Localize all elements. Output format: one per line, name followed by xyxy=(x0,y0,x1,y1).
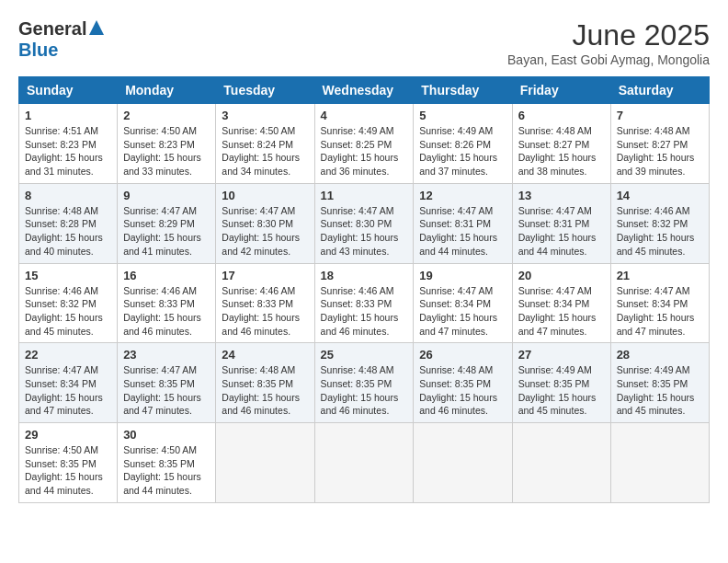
day-number: 6 xyxy=(518,109,605,122)
col-header-saturday: Saturday xyxy=(610,77,709,104)
calendar-cell: 25Sunrise: 4:48 AMSunset: 8:35 PMDayligh… xyxy=(314,343,414,423)
col-header-wednesday: Wednesday xyxy=(314,77,414,104)
day-number: 9 xyxy=(123,189,210,202)
cell-sun-info: Sunrise: 4:48 AMSunset: 8:28 PMDaylight:… xyxy=(25,204,111,259)
calendar-cell xyxy=(610,423,709,503)
day-number: 10 xyxy=(222,189,308,202)
month-title: June 2025 xyxy=(507,18,710,52)
cell-sun-info: Sunrise: 4:48 AMSunset: 8:35 PMDaylight:… xyxy=(222,363,308,418)
calendar-table: SundayMondayTuesdayWednesdayThursdayFrid… xyxy=(18,76,710,503)
col-header-friday: Friday xyxy=(512,77,610,104)
cell-sun-info: Sunrise: 4:49 AMSunset: 8:35 PMDaylight:… xyxy=(518,363,605,418)
cell-sun-info: Sunrise: 4:46 AMSunset: 8:33 PMDaylight:… xyxy=(123,284,210,339)
calendar-cell: 7Sunrise: 4:48 AMSunset: 8:27 PMDaylight… xyxy=(610,104,709,184)
day-number: 24 xyxy=(222,348,308,362)
day-number: 12 xyxy=(419,189,506,202)
cell-sun-info: Sunrise: 4:46 AMSunset: 8:33 PMDaylight:… xyxy=(321,284,408,339)
col-header-thursday: Thursday xyxy=(414,77,512,104)
calendar-cell: 19Sunrise: 4:47 AMSunset: 8:34 PMDayligh… xyxy=(414,263,512,343)
calendar-cell: 21Sunrise: 4:47 AMSunset: 8:34 PMDayligh… xyxy=(610,263,709,343)
cell-sun-info: Sunrise: 4:49 AMSunset: 8:35 PMDaylight:… xyxy=(617,363,703,418)
day-number: 20 xyxy=(518,269,605,282)
calendar-cell: 10Sunrise: 4:47 AMSunset: 8:30 PMDayligh… xyxy=(216,183,314,263)
svg-marker-0 xyxy=(89,20,104,35)
cell-sun-info: Sunrise: 4:47 AMSunset: 8:31 PMDaylight:… xyxy=(419,204,506,259)
cell-sun-info: Sunrise: 4:47 AMSunset: 8:35 PMDaylight:… xyxy=(123,363,210,418)
calendar-cell: 11Sunrise: 4:47 AMSunset: 8:30 PMDayligh… xyxy=(314,183,414,263)
day-number: 22 xyxy=(25,348,111,362)
calendar-cell: 4Sunrise: 4:49 AMSunset: 8:25 PMDaylight… xyxy=(314,104,414,184)
calendar-cell: 2Sunrise: 4:50 AMSunset: 8:23 PMDaylight… xyxy=(118,104,216,184)
calendar-cell: 27Sunrise: 4:49 AMSunset: 8:35 PMDayligh… xyxy=(512,343,610,423)
cell-sun-info: Sunrise: 4:49 AMSunset: 8:26 PMDaylight:… xyxy=(419,124,506,178)
calendar-cell: 8Sunrise: 4:48 AMSunset: 8:28 PMDaylight… xyxy=(19,183,118,263)
day-number: 19 xyxy=(419,269,506,282)
calendar-cell: 5Sunrise: 4:49 AMSunset: 8:26 PMDaylight… xyxy=(414,104,512,184)
cell-sun-info: Sunrise: 4:47 AMSunset: 8:34 PMDaylight:… xyxy=(419,284,506,339)
cell-sun-info: Sunrise: 4:51 AMSunset: 8:23 PMDaylight:… xyxy=(25,124,111,178)
logo-triangle-icon xyxy=(89,20,104,39)
location-subtitle: Bayan, East Gobi Aymag, Mongolia xyxy=(507,52,710,67)
calendar-cell xyxy=(314,423,414,503)
col-header-tuesday: Tuesday xyxy=(216,77,314,104)
day-number: 26 xyxy=(419,348,506,362)
cell-sun-info: Sunrise: 4:46 AMSunset: 8:32 PMDaylight:… xyxy=(25,284,111,339)
page-header: General Blue June 2025 Bayan, East Gobi … xyxy=(18,18,710,67)
cell-sun-info: Sunrise: 4:48 AMSunset: 8:35 PMDaylight:… xyxy=(419,363,506,418)
calendar-cell: 23Sunrise: 4:47 AMSunset: 8:35 PMDayligh… xyxy=(118,343,216,423)
day-number: 29 xyxy=(25,428,111,442)
cell-sun-info: Sunrise: 4:48 AMSunset: 8:35 PMDaylight:… xyxy=(321,363,408,418)
day-number: 1 xyxy=(25,109,111,122)
calendar-cell: 18Sunrise: 4:46 AMSunset: 8:33 PMDayligh… xyxy=(314,263,414,343)
title-area: June 2025 Bayan, East Gobi Aymag, Mongol… xyxy=(507,18,710,67)
cell-sun-info: Sunrise: 4:47 AMSunset: 8:31 PMDaylight:… xyxy=(518,204,605,259)
calendar-cell xyxy=(512,423,610,503)
calendar-cell: 17Sunrise: 4:46 AMSunset: 8:33 PMDayligh… xyxy=(216,263,314,343)
day-number: 17 xyxy=(222,269,308,282)
cell-sun-info: Sunrise: 4:48 AMSunset: 8:27 PMDaylight:… xyxy=(518,124,605,178)
calendar-week-1: 1Sunrise: 4:51 AMSunset: 8:23 PMDaylight… xyxy=(19,104,710,184)
day-number: 5 xyxy=(419,109,506,122)
calendar-cell: 12Sunrise: 4:47 AMSunset: 8:31 PMDayligh… xyxy=(414,183,512,263)
calendar-cell: 3Sunrise: 4:50 AMSunset: 8:24 PMDaylight… xyxy=(216,104,314,184)
cell-sun-info: Sunrise: 4:46 AMSunset: 8:32 PMDaylight:… xyxy=(617,204,703,259)
calendar-cell: 14Sunrise: 4:46 AMSunset: 8:32 PMDayligh… xyxy=(610,183,709,263)
calendar-header-row: SundayMondayTuesdayWednesdayThursdayFrid… xyxy=(19,77,710,104)
day-number: 15 xyxy=(25,269,111,282)
calendar-cell: 22Sunrise: 4:47 AMSunset: 8:34 PMDayligh… xyxy=(19,343,118,423)
logo: General Blue xyxy=(18,18,104,61)
cell-sun-info: Sunrise: 4:50 AMSunset: 8:35 PMDaylight:… xyxy=(25,443,111,498)
calendar-week-2: 8Sunrise: 4:48 AMSunset: 8:28 PMDaylight… xyxy=(19,183,710,263)
calendar-cell: 6Sunrise: 4:48 AMSunset: 8:27 PMDaylight… xyxy=(512,104,610,184)
calendar-cell: 15Sunrise: 4:46 AMSunset: 8:32 PMDayligh… xyxy=(19,263,118,343)
logo-blue-text: Blue xyxy=(18,40,58,60)
day-number: 18 xyxy=(321,269,408,282)
calendar-cell xyxy=(216,423,314,503)
calendar-week-4: 22Sunrise: 4:47 AMSunset: 8:34 PMDayligh… xyxy=(19,343,710,423)
cell-sun-info: Sunrise: 4:47 AMSunset: 8:34 PMDaylight:… xyxy=(25,363,111,418)
day-number: 13 xyxy=(518,189,605,202)
day-number: 7 xyxy=(617,109,703,122)
day-number: 23 xyxy=(123,348,210,362)
cell-sun-info: Sunrise: 4:47 AMSunset: 8:30 PMDaylight:… xyxy=(222,204,308,259)
cell-sun-info: Sunrise: 4:47 AMSunset: 8:34 PMDaylight:… xyxy=(518,284,605,339)
day-number: 28 xyxy=(617,348,703,362)
cell-sun-info: Sunrise: 4:48 AMSunset: 8:27 PMDaylight:… xyxy=(617,124,703,178)
cell-sun-info: Sunrise: 4:47 AMSunset: 8:29 PMDaylight:… xyxy=(123,204,210,259)
calendar-cell: 20Sunrise: 4:47 AMSunset: 8:34 PMDayligh… xyxy=(512,263,610,343)
logo-general-text: General xyxy=(18,18,86,40)
calendar-cell: 28Sunrise: 4:49 AMSunset: 8:35 PMDayligh… xyxy=(610,343,709,423)
day-number: 8 xyxy=(25,189,111,202)
day-number: 27 xyxy=(518,348,605,362)
col-header-monday: Monday xyxy=(118,77,216,104)
calendar-cell: 13Sunrise: 4:47 AMSunset: 8:31 PMDayligh… xyxy=(512,183,610,263)
calendar-cell xyxy=(414,423,512,503)
calendar-week-5: 29Sunrise: 4:50 AMSunset: 8:35 PMDayligh… xyxy=(19,423,710,503)
calendar-cell: 24Sunrise: 4:48 AMSunset: 8:35 PMDayligh… xyxy=(216,343,314,423)
cell-sun-info: Sunrise: 4:50 AMSunset: 8:23 PMDaylight:… xyxy=(123,124,210,178)
day-number: 14 xyxy=(617,189,703,202)
day-number: 21 xyxy=(617,269,703,282)
day-number: 16 xyxy=(123,269,210,282)
cell-sun-info: Sunrise: 4:50 AMSunset: 8:35 PMDaylight:… xyxy=(123,443,210,498)
day-number: 25 xyxy=(321,348,408,362)
